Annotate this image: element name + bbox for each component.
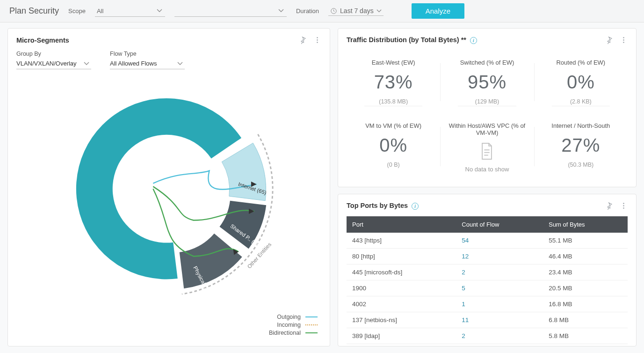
cell-count[interactable]: 12 [456,249,543,265]
flow-type-select[interactable]: All Allowed Flows [110,58,185,69]
metric-sub: (50.3 MB) [538,162,624,168]
table-row[interactable]: 1900520.5 MB [347,280,628,296]
metric-vm-to-vm: VM to VM (% of EW) 0% (0 B) [347,114,440,179]
metric-title: VM to VM (% of EW) [350,122,436,129]
svg-point-12 [623,207,624,209]
scope-select[interactable]: All [95,6,165,17]
pin-icon[interactable] [605,36,613,44]
cell-sum: 23.4 MB [543,265,628,280]
cell-count[interactable]: 5 [456,280,543,296]
legend-incoming: Incoming [277,322,301,328]
cell-sum: 16.8 MB [543,296,628,312]
metric-value: 0% [350,135,436,156]
col-port[interactable]: Port [347,216,456,233]
cell-port: 443 [https] [347,233,456,249]
col-sum[interactable]: Sum of Bytes [543,216,628,233]
cell-port: 389 [ldap] [347,328,456,344]
document-icon [444,142,530,162]
metric-title: Switched (% of EW) [444,59,530,66]
table-row[interactable]: 4002116.8 MB [347,296,628,312]
flow-type-label: Flow Type [110,51,185,57]
svg-point-3 [317,42,318,43]
info-icon[interactable]: i [412,203,419,210]
metric-title: Within Host/AWS VPC (% of VM-VM) [444,122,530,136]
table-row[interactable]: 445 [microsoft-ds]223.4 MB [347,265,628,280]
cell-count[interactable]: 2 [456,265,543,280]
chevron-down-icon [376,8,382,14]
more-icon[interactable] [620,36,628,44]
metric-value: 27% [538,135,624,156]
clock-icon [330,7,337,15]
metric-value: 73% [350,72,436,93]
traffic-distribution-title: Traffic Distribution (by Total Bytes) **… [347,36,477,44]
metric-value: 0% [538,72,624,93]
metric-title: Internet / North-South [538,122,624,129]
metric-within-host: Within Host/AWS VPC (% of VM-VM) No data… [440,114,534,179]
scope-label: Scope [68,7,86,15]
legend-outgoing: Outgoing [277,314,301,320]
metric-switched: Switched (% of EW) 95% (129 MB) [440,51,534,114]
cell-count[interactable]: 2 [456,328,543,344]
top-ports-table: Port Count of Flow Sum of Bytes 443 [htt… [347,216,628,344]
flow-legend: Outgoing Incoming Bidirectional [269,312,318,338]
microsegments-panel: Micro-Segments Group By VLAN/VXLAN/Overl… [7,28,330,346]
duration-label: Duration [296,7,319,15]
duration-picker[interactable]: Last 7 days [328,6,384,16]
metric-nodata-msg: No data to show [444,166,530,173]
cell-sum: 46.4 MB [543,249,628,265]
duration-value: Last 7 days [340,7,374,15]
cell-port: 4002 [347,296,456,312]
cell-sum: 55.1 MB [543,233,628,249]
microsegments-chart[interactable]: Others (2) Internet (65) Shared P.. (2) … [43,74,295,308]
microsegments-title: Micro-Segments [16,37,69,44]
top-ports-title: Top Ports by Bytes i [347,202,419,210]
table-row[interactable]: 443 [https]5455.1 MB [347,233,628,249]
group-by-select[interactable]: VLAN/VXLAN/Overlay [16,58,91,69]
cell-count[interactable]: 54 [456,233,543,249]
table-row[interactable]: 389 [ldap]25.8 MB [347,328,628,344]
cell-port: 1900 [347,280,456,296]
svg-point-2 [317,39,318,41]
analyze-button[interactable]: Analyze [412,3,464,19]
segment-label-others: Others (2) [121,157,146,171]
cell-count[interactable]: 1 [456,296,543,312]
page-header: Plan Security Scope All Duration Last 7 … [0,0,644,22]
metric-value: 95% [444,72,530,93]
svg-point-10 [623,203,624,204]
metric-east-west: East-West (EW) 73% (135.8 MB) [347,51,440,114]
table-row[interactable]: 80 [http]1246.4 MB [347,249,628,265]
metric-sub: (135.8 MB) [350,98,436,105]
svg-point-7 [623,37,624,38]
legend-bidirectional: Bidirectional [269,330,301,336]
metric-sub: (0 B) [350,162,436,168]
group-by-label: Group By [16,51,91,57]
svg-point-11 [623,205,624,206]
table-row[interactable]: 137 [netbios-ns]116.8 MB [347,312,628,328]
cell-sum: 5.8 MB [543,328,628,344]
more-icon[interactable] [620,202,628,210]
cell-sum: 6.8 MB [543,312,628,328]
metric-internet-ns: Internet / North-South 27% (50.3 MB) [534,114,628,179]
cell-port: 445 [microsoft-ds] [347,265,456,280]
svg-point-9 [623,42,624,43]
col-count[interactable]: Count of Flow [456,216,543,233]
metric-sub: (2.8 KB) [538,98,624,105]
page-title: Plan Security [9,6,59,16]
traffic-distribution-panel: Traffic Distribution (by Total Bytes) **… [338,28,637,187]
cell-count[interactable]: 11 [456,312,543,328]
cell-port: 80 [http] [347,249,456,265]
info-icon[interactable]: i [470,37,477,44]
cell-port: 137 [netbios-ns] [347,312,456,328]
metric-sub: (129 MB) [444,98,530,105]
pin-icon[interactable] [299,36,307,44]
cell-sum: 20.5 MB [543,280,628,296]
metric-title: East-West (EW) [350,59,436,66]
more-icon[interactable] [313,36,321,44]
traffic-metrics: East-West (EW) 73% (135.8 MB) Switched (… [347,51,628,179]
pin-icon[interactable] [605,202,613,210]
top-ports-panel: Top Ports by Bytes i Port Count of [338,194,637,346]
metric-title: Routed (% of EW) [538,59,624,66]
svg-point-8 [623,39,624,41]
metric-routed: Routed (% of EW) 0% (2.8 KB) [534,51,628,114]
scope-select-secondary[interactable] [174,6,287,17]
